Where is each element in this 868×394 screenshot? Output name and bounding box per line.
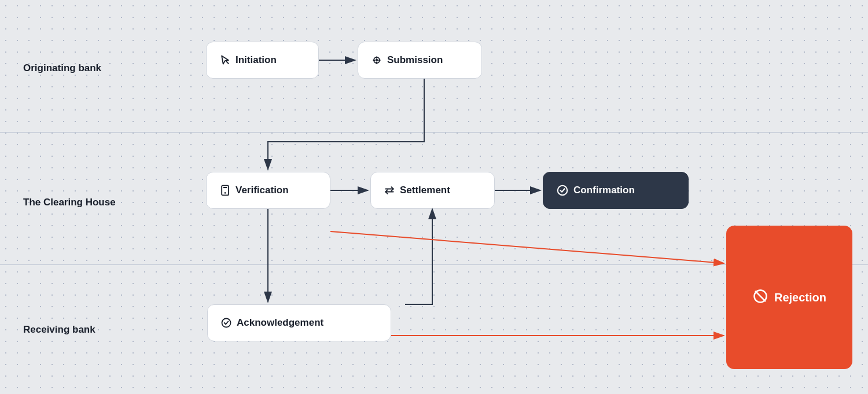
svg-point-1 <box>376 60 378 61</box>
node-acknowledgement-label: Acknowledgement <box>237 317 323 329</box>
node-settlement: Settlement <box>370 172 495 209</box>
svg-point-7 <box>222 319 231 327</box>
row-label-clearing: The Clearing House <box>23 197 116 208</box>
row-divider-1 <box>0 132 868 133</box>
node-acknowledgement: Acknowledgement <box>207 304 391 341</box>
check-circle-icon-ack <box>220 317 232 329</box>
node-submission: Submission <box>358 42 482 79</box>
rejection-box: Rejection <box>726 226 852 369</box>
node-settlement-label: Settlement <box>400 185 450 196</box>
submit-icon <box>371 54 382 66</box>
node-submission-label: Submission <box>387 54 443 66</box>
node-verification: Verification <box>206 172 330 209</box>
node-initiation-label: Initiation <box>236 54 277 66</box>
rejection-label: Rejection <box>774 291 826 304</box>
diagram-container: Originating bank The Clearing House Rece… <box>0 0 868 394</box>
svg-line-9 <box>756 291 765 300</box>
node-verification-label: Verification <box>236 185 289 196</box>
node-confirmation-label: Confirmation <box>573 185 635 196</box>
phone-icon <box>219 185 231 196</box>
cursor-icon <box>219 54 231 66</box>
check-circle-icon-confirmation <box>556 184 569 197</box>
row-label-originating: Originating bank <box>23 62 101 74</box>
node-initiation: Initiation <box>206 42 319 79</box>
ban-icon <box>752 288 768 307</box>
svg-point-6 <box>558 186 568 196</box>
svg-line-0 <box>226 61 229 64</box>
row-label-receiving: Receiving bank <box>23 324 95 336</box>
node-confirmation: Confirmation <box>543 172 689 209</box>
transfer-icon <box>384 185 395 196</box>
